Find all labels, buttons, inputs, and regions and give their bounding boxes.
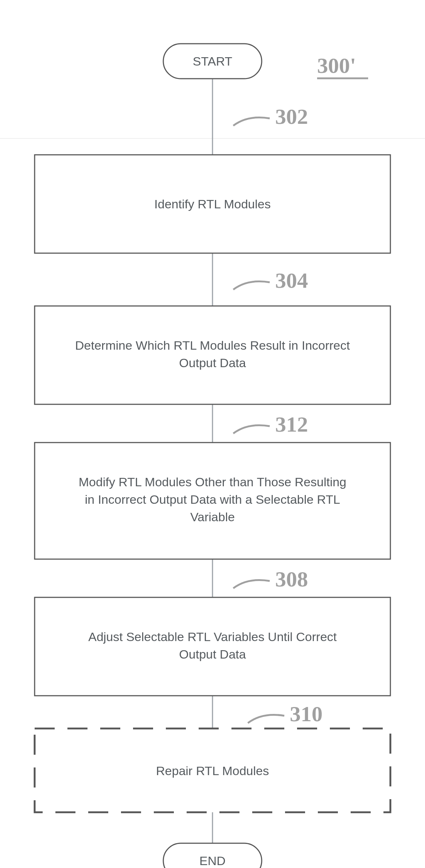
callout-312 — [233, 425, 270, 434]
label-302: 302 — [275, 105, 308, 129]
flowchart: START 300' 302 Identify RTL Modules 304 … — [0, 0, 425, 868]
text-304-line1: Determine Which RTL Modules Result in In… — [75, 338, 350, 352]
end-label: END — [199, 854, 226, 868]
label-308: 308 — [275, 567, 308, 591]
svg-rect-10 — [35, 597, 390, 696]
start-node: START — [163, 44, 262, 79]
label-310: 310 — [290, 702, 323, 726]
label-312: 312 — [275, 412, 308, 436]
start-label: START — [193, 54, 232, 68]
callout-308 — [233, 580, 270, 589]
callout-302 — [233, 118, 270, 126]
figure-number: 300' — [317, 54, 356, 78]
text-302: Identify RTL Modules — [154, 197, 270, 211]
end-node: END — [163, 843, 262, 868]
text-312-line2: in Incorrect Output Data with a Selectab… — [85, 492, 340, 506]
text-308-line2: Output Data — [179, 647, 246, 661]
text-310: Repair RTL Modules — [156, 764, 269, 778]
text-308-line1: Adjust Selectable RTL Variables Until Co… — [88, 630, 337, 644]
callout-304 — [233, 282, 270, 290]
text-304-line2: Output Data — [179, 356, 246, 370]
label-304: 304 — [275, 268, 308, 292]
text-312-line1: Modify RTL Modules Other than Those Resu… — [79, 475, 347, 489]
svg-rect-8 — [35, 306, 390, 404]
text-312-line3: Variable — [190, 510, 235, 524]
callout-310 — [248, 715, 284, 723]
